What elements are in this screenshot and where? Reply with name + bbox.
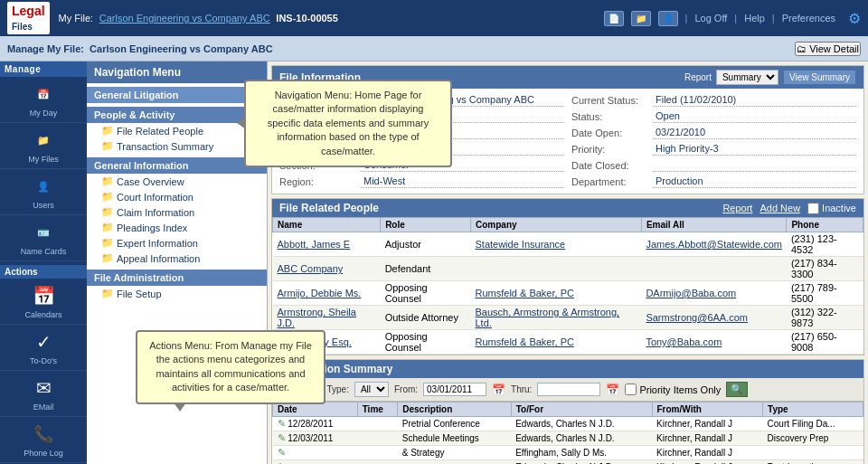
trans-col-date[interactable]: Date (273, 402, 358, 417)
app-logo: Legal Files (7, 2, 50, 34)
people-table: Name Role Company Email All Phone Abbott… (272, 217, 863, 355)
field-priority: Priority: High Priority-3 (568, 141, 860, 157)
nav-menu-header: Navigation Menu (87, 62, 267, 83)
sidebar-item-email[interactable]: ✉ EMail (0, 371, 87, 417)
summary-select[interactable]: Summary (716, 70, 778, 85)
table-row: Baker, Tony Esq. Opposing Counsel Rumsfe… (273, 330, 863, 355)
users-icon: 👤 (31, 174, 56, 199)
trans-to-for: Edwards, Charles N J.D. (511, 460, 652, 465)
person-phone: (217) 650-9008 (787, 330, 863, 355)
person-name-link[interactable]: Abbott, James E (278, 239, 351, 250)
header-right: 📄 📁 👤 | Log Off | Help | Preferences ⚙ (604, 10, 861, 27)
trans-col-from-with[interactable]: From/With (652, 402, 763, 417)
trans-from-with: Kirchner, Randall J (652, 431, 763, 446)
trans-to-for: Edwards, Charles N J.D. (511, 417, 652, 431)
row-icon[interactable]: ✎ (278, 418, 286, 429)
subheader-case: Carlson Engineering vs Company ABC (90, 43, 273, 54)
folder-icon-5: 📁 (101, 206, 114, 218)
field-date-closed: Date Closed: (568, 157, 860, 174)
trans-col-time[interactable]: Time (357, 402, 398, 417)
sidebar-item-my-files[interactable]: 📁 My Files (0, 123, 87, 169)
row-icon[interactable]: ✎ (278, 432, 286, 443)
trans-time (357, 446, 398, 460)
sidebar-item-my-day[interactable]: 📅 My Day (0, 77, 87, 123)
folder-icon-8: 📁 (101, 252, 114, 264)
table-row: ✎ 12/03/2011 Schedule Meetings Edwards, … (273, 431, 863, 446)
trans-to-for: Edwards, Charles N J.D. (511, 431, 652, 446)
my-files-label: My Files (28, 155, 59, 164)
case-link[interactable]: Carlson Engineering vs Company ABC (99, 13, 270, 24)
person-icon-btn[interactable]: 👤 (658, 11, 678, 26)
trans-type (763, 446, 863, 460)
search-btn[interactable]: 🔍 (726, 382, 748, 397)
folder-icon-btn[interactable]: 📁 (631, 11, 651, 26)
sidebar-item-todos[interactable]: ✓ To-Do's (0, 325, 87, 371)
preferences-link[interactable]: Preferences (782, 13, 835, 24)
priority-checkbox[interactable]: Priority Items Only (625, 384, 721, 395)
nav-section-general-litigation[interactable]: General Litigation (87, 87, 267, 103)
folder-icon-6: 📁 (101, 222, 114, 233)
email-link[interactable]: James.Abbott@Statewide.com (646, 239, 782, 250)
nav-item-case-overview[interactable]: 📁 Case Overview (87, 174, 267, 189)
phone-log-label: Phone Log (24, 449, 63, 458)
trans-type: Discovery Prep (763, 431, 863, 446)
person-role: Outside Attorney (381, 306, 471, 330)
company-link[interactable]: Rumsfeld & Baker, PC (475, 288, 573, 298)
sidebar-manage-label: Manage (0, 62, 87, 77)
type-select[interactable]: All (354, 382, 389, 397)
sidebar-item-name-cards[interactable]: 🪪 Name Cards (0, 215, 87, 261)
sidebar-item-calendars[interactable]: 📅 Calendars (0, 279, 87, 325)
nav-item-court-information[interactable]: 📁 Court Information (87, 189, 267, 204)
email-link[interactable]: DArmijo@Baba.com (646, 288, 736, 298)
log-off-link[interactable]: Log Off (694, 13, 727, 24)
from-input[interactable] (423, 383, 486, 396)
trans-col-type[interactable]: Type (763, 402, 863, 417)
sidebar-item-phone-log[interactable]: 📞 Phone Log (0, 417, 87, 463)
report-label: Report (684, 72, 712, 82)
person-name-link[interactable]: ABC Company (278, 263, 344, 274)
report-link[interactable]: Report (722, 203, 752, 213)
nav-item-appeal-information[interactable]: 📁 Appeal Information (87, 251, 267, 266)
nav-item-expert-information[interactable]: 📁 Expert Information (87, 235, 267, 251)
calendars-icon: 📅 (31, 283, 56, 308)
doc-icon-btn[interactable]: 📄 (604, 11, 624, 26)
table-row: Armijo, Debbie Ms. Opposing Counsel Rums… (273, 281, 863, 306)
person-phone: (312) 322-9873 (787, 306, 863, 330)
thru-calendar-icon[interactable]: 📅 (606, 384, 619, 396)
company-link[interactable]: Statewide Insurance (475, 239, 565, 250)
trans-from-with: Kirchner, Randall J (652, 460, 763, 465)
field-region: Region: Mid-West (276, 174, 568, 190)
company-link[interactable]: Bausch, Armstrong & Armstrong, Ltd. (475, 307, 619, 328)
thru-input[interactable] (537, 383, 600, 396)
nav-item-file-setup[interactable]: 📁 File Setup (87, 286, 267, 301)
email-link[interactable]: Tony@Baba.com (646, 336, 722, 347)
nav-section-general-info[interactable]: General Information (87, 157, 267, 174)
inactive-checkbox[interactable]: Inactive (807, 203, 856, 214)
folder-icon-2: 📁 (101, 140, 114, 152)
company-link[interactable]: Rumsfeld & Baker, PC (475, 336, 573, 347)
trans-col-description[interactable]: Description (398, 402, 511, 417)
row-icon[interactable]: ✎ (278, 447, 286, 458)
trans-description (398, 460, 511, 465)
trans-time (357, 431, 398, 446)
add-new-link[interactable]: Add New (760, 203, 800, 213)
folder-icon-7: 📁 (101, 237, 114, 249)
nav-item-pleadings-index[interactable]: 📁 Pleadings Index (87, 220, 267, 235)
trans-col-to-for[interactable]: To/For (511, 402, 652, 417)
view-detail-btn[interactable]: 🗂 View Detail (795, 42, 861, 56)
nav-section-file-admin[interactable]: File Administration (87, 270, 267, 286)
nav-item-transaction-summary[interactable]: 📁 Transaction Summary (87, 138, 267, 154)
person-name-link[interactable]: Armstrong, Sheila J.D. (278, 307, 356, 328)
from-calendar-icon[interactable]: 📅 (492, 384, 505, 396)
trans-description: Schedule Meetings (398, 431, 511, 446)
trans-time (357, 460, 398, 465)
help-link[interactable]: Help (744, 13, 765, 24)
email-label: EMail (33, 402, 54, 412)
calendars-label: Calendars (24, 310, 61, 319)
person-name-link[interactable]: Armijo, Debbie Ms. (278, 288, 362, 298)
nav-item-claim-information[interactable]: 📁 Claim Information (87, 204, 267, 220)
view-summary-btn[interactable]: View Summary (783, 70, 856, 85)
thru-label: Thru: (511, 384, 532, 394)
sidebar-item-users[interactable]: 👤 Users (0, 169, 87, 215)
email-link[interactable]: Sarmstrong@6AA.com (646, 312, 748, 323)
